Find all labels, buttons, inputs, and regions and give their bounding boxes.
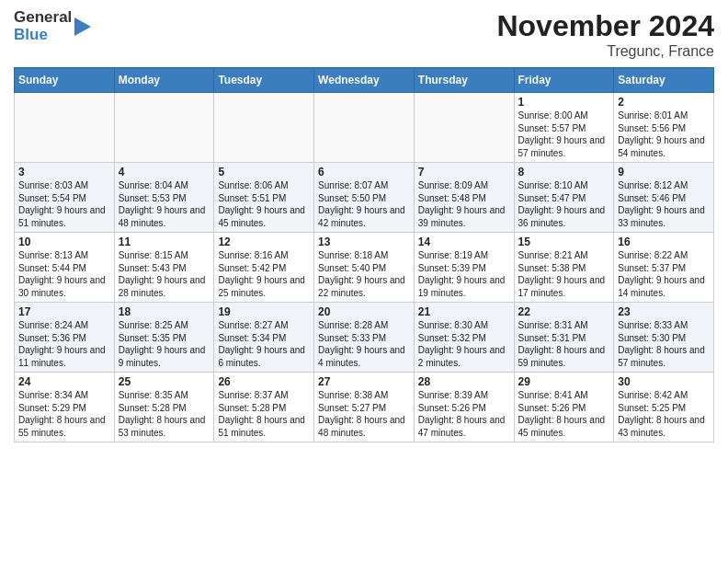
location-subtitle: Tregunc, France: [496, 43, 714, 60]
calendar-cell: 22Sunrise: 8:31 AM Sunset: 5:31 PM Dayli…: [514, 303, 614, 373]
calendar-cell: 15Sunrise: 8:21 AM Sunset: 5:38 PM Dayli…: [514, 233, 614, 303]
weekday-header-monday: Monday: [114, 68, 214, 93]
header: General Blue November 2024 Tregunc, Fran…: [14, 9, 714, 60]
day-number: 29: [518, 375, 610, 388]
day-number: 2: [618, 96, 710, 109]
day-info: Sunrise: 8:15 AM Sunset: 5:43 PM Dayligh…: [119, 249, 210, 299]
day-info: Sunrise: 8:12 AM Sunset: 5:46 PM Dayligh…: [618, 179, 710, 229]
calendar-cell: 26Sunrise: 8:37 AM Sunset: 5:28 PM Dayli…: [214, 373, 314, 442]
day-info: Sunrise: 8:10 AM Sunset: 5:47 PM Dayligh…: [518, 179, 610, 229]
day-number: 17: [18, 305, 110, 318]
day-info: Sunrise: 8:00 AM Sunset: 5:57 PM Dayligh…: [518, 109, 610, 159]
calendar-cell: 12Sunrise: 8:16 AM Sunset: 5:42 PM Dayli…: [214, 233, 314, 303]
day-info: Sunrise: 8:33 AM Sunset: 5:30 PM Dayligh…: [618, 319, 710, 369]
day-info: Sunrise: 8:09 AM Sunset: 5:48 PM Dayligh…: [418, 179, 510, 229]
day-info: Sunrise: 8:38 AM Sunset: 5:27 PM Dayligh…: [318, 389, 410, 439]
day-info: Sunrise: 8:42 AM Sunset: 5:25 PM Dayligh…: [618, 389, 710, 439]
calendar-week-3: 10Sunrise: 8:13 AM Sunset: 5:44 PM Dayli…: [15, 233, 714, 303]
calendar-cell: 24Sunrise: 8:34 AM Sunset: 5:29 PM Dayli…: [15, 373, 115, 442]
calendar-cell: 29Sunrise: 8:41 AM Sunset: 5:26 PM Dayli…: [514, 373, 614, 442]
calendar-cell: 2Sunrise: 8:01 AM Sunset: 5:56 PM Daylig…: [614, 93, 714, 163]
calendar-cell: 28Sunrise: 8:39 AM Sunset: 5:26 PM Dayli…: [414, 373, 514, 442]
logo: General Blue: [14, 9, 91, 43]
day-info: Sunrise: 8:16 AM Sunset: 5:42 PM Dayligh…: [218, 249, 310, 299]
calendar-cell: [414, 93, 514, 163]
day-number: 13: [318, 236, 410, 248]
day-info: Sunrise: 8:18 AM Sunset: 5:40 PM Dayligh…: [318, 249, 410, 299]
day-info: Sunrise: 8:39 AM Sunset: 5:26 PM Dayligh…: [418, 389, 510, 439]
svg-marker-0: [74, 17, 91, 36]
title-block: November 2024 Tregunc, France: [496, 9, 714, 60]
day-number: 9: [618, 166, 710, 178]
calendar-cell: 1Sunrise: 8:00 AM Sunset: 5:57 PM Daylig…: [514, 93, 614, 163]
day-info: Sunrise: 8:07 AM Sunset: 5:50 PM Dayligh…: [318, 179, 410, 229]
weekday-header-thursday: Thursday: [414, 68, 514, 93]
calendar-cell: 6Sunrise: 8:07 AM Sunset: 5:50 PM Daylig…: [314, 163, 415, 233]
calendar-week-4: 17Sunrise: 8:24 AM Sunset: 5:36 PM Dayli…: [15, 303, 714, 373]
day-number: 28: [418, 375, 510, 388]
calendar-cell: 20Sunrise: 8:28 AM Sunset: 5:33 PM Dayli…: [314, 303, 415, 373]
day-number: 7: [418, 166, 510, 178]
calendar-body: 1Sunrise: 8:00 AM Sunset: 5:57 PM Daylig…: [15, 93, 714, 442]
day-number: 21: [418, 305, 510, 318]
day-info: Sunrise: 8:03 AM Sunset: 5:54 PM Dayligh…: [18, 179, 110, 229]
calendar-cell: 27Sunrise: 8:38 AM Sunset: 5:27 PM Dayli…: [314, 373, 415, 442]
day-number: 15: [518, 236, 610, 248]
calendar-cell: [214, 93, 314, 163]
day-number: 19: [218, 305, 310, 318]
weekday-header-wednesday: Wednesday: [314, 68, 415, 93]
day-info: Sunrise: 8:13 AM Sunset: 5:44 PM Dayligh…: [18, 249, 110, 299]
logo-general: General: [14, 9, 72, 27]
day-info: Sunrise: 8:04 AM Sunset: 5:53 PM Dayligh…: [119, 179, 210, 229]
calendar-header: SundayMondayTuesdayWednesdayThursdayFrid…: [15, 68, 714, 93]
day-number: 1: [518, 96, 610, 109]
calendar-cell: [15, 93, 115, 163]
calendar-cell: 21Sunrise: 8:30 AM Sunset: 5:32 PM Dayli…: [414, 303, 514, 373]
calendar-cell: [114, 93, 214, 163]
calendar-cell: 3Sunrise: 8:03 AM Sunset: 5:54 PM Daylig…: [15, 163, 115, 233]
calendar-cell: 14Sunrise: 8:19 AM Sunset: 5:39 PM Dayli…: [414, 233, 514, 303]
calendar-table: SundayMondayTuesdayWednesdayThursdayFrid…: [14, 67, 714, 442]
calendar-cell: 10Sunrise: 8:13 AM Sunset: 5:44 PM Dayli…: [15, 233, 115, 303]
day-number: 16: [618, 236, 710, 248]
weekday-header-row: SundayMondayTuesdayWednesdayThursdayFrid…: [15, 68, 714, 93]
day-number: 10: [18, 236, 110, 248]
calendar-cell: 19Sunrise: 8:27 AM Sunset: 5:34 PM Dayli…: [214, 303, 314, 373]
calendar-cell: 16Sunrise: 8:22 AM Sunset: 5:37 PM Dayli…: [614, 233, 714, 303]
day-info: Sunrise: 8:31 AM Sunset: 5:31 PM Dayligh…: [518, 319, 610, 369]
day-info: Sunrise: 8:37 AM Sunset: 5:28 PM Dayligh…: [218, 389, 310, 439]
day-number: 24: [18, 375, 110, 388]
day-info: Sunrise: 8:28 AM Sunset: 5:33 PM Dayligh…: [318, 319, 410, 369]
calendar-cell: 18Sunrise: 8:25 AM Sunset: 5:35 PM Dayli…: [114, 303, 214, 373]
day-info: Sunrise: 8:25 AM Sunset: 5:35 PM Dayligh…: [119, 319, 210, 369]
calendar-cell: 4Sunrise: 8:04 AM Sunset: 5:53 PM Daylig…: [114, 163, 214, 233]
day-number: 5: [218, 166, 310, 178]
month-year-title: November 2024: [496, 9, 714, 43]
day-number: 27: [318, 375, 410, 388]
day-number: 12: [218, 236, 310, 248]
calendar-week-5: 24Sunrise: 8:34 AM Sunset: 5:29 PM Dayli…: [15, 373, 714, 442]
calendar-cell: 13Sunrise: 8:18 AM Sunset: 5:40 PM Dayli…: [314, 233, 415, 303]
day-number: 26: [218, 375, 310, 388]
day-info: Sunrise: 8:22 AM Sunset: 5:37 PM Dayligh…: [618, 249, 710, 299]
day-info: Sunrise: 8:24 AM Sunset: 5:36 PM Dayligh…: [18, 319, 110, 369]
weekday-header-saturday: Saturday: [614, 68, 714, 93]
day-number: 23: [618, 305, 710, 318]
weekday-header-sunday: Sunday: [15, 68, 115, 93]
calendar-week-2: 3Sunrise: 8:03 AM Sunset: 5:54 PM Daylig…: [15, 163, 714, 233]
day-number: 6: [318, 166, 410, 178]
day-number: 30: [618, 375, 710, 388]
day-info: Sunrise: 8:06 AM Sunset: 5:51 PM Dayligh…: [218, 179, 310, 229]
day-info: Sunrise: 8:01 AM Sunset: 5:56 PM Dayligh…: [618, 109, 710, 159]
day-number: 18: [119, 305, 210, 318]
day-info: Sunrise: 8:41 AM Sunset: 5:26 PM Dayligh…: [518, 389, 610, 439]
day-info: Sunrise: 8:27 AM Sunset: 5:34 PM Dayligh…: [218, 319, 310, 369]
day-number: 4: [119, 166, 210, 178]
calendar-cell: 17Sunrise: 8:24 AM Sunset: 5:36 PM Dayli…: [15, 303, 115, 373]
day-info: Sunrise: 8:19 AM Sunset: 5:39 PM Dayligh…: [418, 249, 510, 299]
calendar-cell: 9Sunrise: 8:12 AM Sunset: 5:46 PM Daylig…: [614, 163, 714, 233]
day-number: 8: [518, 166, 610, 178]
day-info: Sunrise: 8:30 AM Sunset: 5:32 PM Dayligh…: [418, 319, 510, 369]
day-info: Sunrise: 8:34 AM Sunset: 5:29 PM Dayligh…: [18, 389, 110, 439]
calendar-cell: 25Sunrise: 8:35 AM Sunset: 5:28 PM Dayli…: [114, 373, 214, 442]
